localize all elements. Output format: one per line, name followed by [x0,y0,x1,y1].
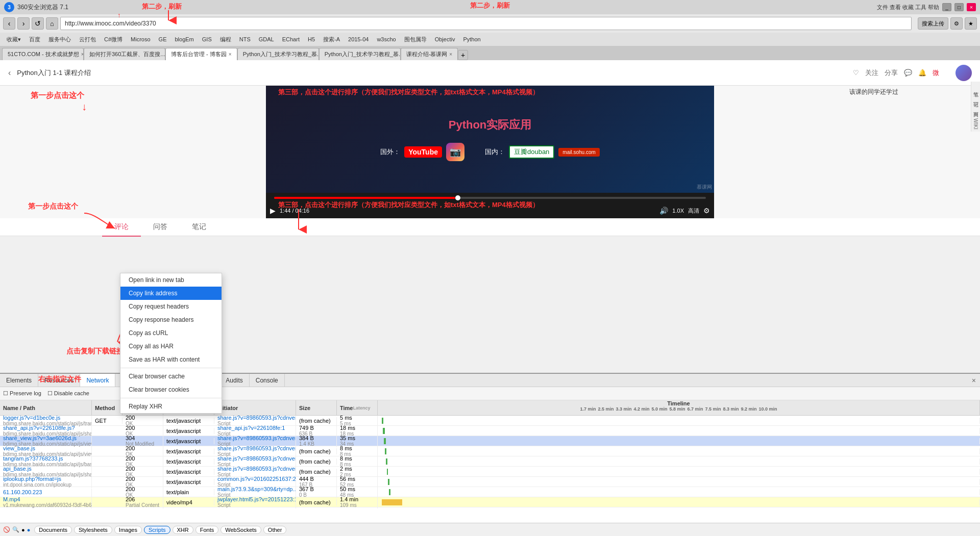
all-filter[interactable]: ● [27,527,31,533]
devtools-tab-resources[interactable]: Resources [38,374,80,387]
favorite-icon[interactable]: ♡ [853,69,859,76]
filter-xhr[interactable]: XHR [173,526,193,534]
filter-toggle[interactable]: 🚫 [3,526,10,533]
quality-label[interactable]: 高清 [688,207,699,215]
sidebar-web[interactable]: 网页 [971,106,981,110]
filter-documents[interactable]: Documents [34,526,72,534]
cm-copy-request-headers[interactable]: Copy request headers [120,300,222,313]
bookmark-nts[interactable]: NTS [237,36,253,43]
wechat-icon[interactable]: 💬 [904,69,912,76]
cm-replay-xhr[interactable]: Replay XHR [120,400,222,413]
back-arrow[interactable]: ‹ [8,68,11,78]
devtools-tab-network[interactable]: Network [80,374,115,387]
bookmark-h5[interactable]: H5 [305,36,317,43]
tab-notes[interactable]: 笔记 [180,218,218,237]
filter-fonts[interactable]: Fonts [195,526,219,534]
nav-extra2[interactable]: ★ [965,17,977,30]
bookmark-python[interactable]: Python [460,36,483,43]
bookmark-c[interactable]: C#微博 [102,35,125,44]
cm-copy-curl[interactable]: Copy as cURL [120,326,222,340]
close-button[interactable]: × [967,3,976,11]
bookmark-blog[interactable]: blogEm [172,36,196,43]
tab-imooc[interactable]: 博客后台管理 - 博客园 × [165,48,237,60]
tab-python2[interactable]: Python入门_技术学习教程_慕... × [319,48,401,60]
table-row[interactable]: M.mp4 v1.mukewang.com/daf60932d-f3df-4b6… [0,497,980,507]
volume-button[interactable]: 🔊 [659,207,668,215]
tab-close-course[interactable]: × [449,52,452,57]
filter-websockets[interactable]: WebSockets [220,526,261,534]
share-button[interactable]: 分享 [885,68,898,78]
col-header-timeline[interactable]: Timeline 1.7 min2.5 min3.3 min4.2 min5.0… [378,400,980,415]
play-button[interactable]: ▶ [270,207,276,215]
disable-cache-checkbox[interactable]: ☐ Disable cache [47,390,89,397]
bookmark-coding[interactable]: 编程 [217,35,234,44]
bookmark-collections[interactable]: 收藏▾ [4,35,23,44]
bookmark-2015[interactable]: 2015-04 [346,36,371,43]
bookmark-w3[interactable]: w3scho [374,36,398,43]
preserve-log-checkbox[interactable]: ☐ Preserve log [3,390,41,397]
filter-images[interactable]: Images [114,526,142,534]
devtools-tab-console[interactable]: Console [250,374,285,387]
cm-open-new-tab[interactable]: Open link in new tab [120,273,222,287]
tab-qa[interactable]: 问答 [141,218,180,237]
devtools-close-button[interactable]: × [968,374,980,387]
bookmark-baidu[interactable]: 百度 [27,35,43,44]
tab-course[interactable]: 课程介绍-慕课网 × [401,48,458,60]
devtools-tab-elements[interactable]: Elements [0,374,38,387]
filter-scripts[interactable]: Scripts [144,526,170,534]
notification-icon[interactable]: 🔔 [918,69,926,76]
weibo-icon[interactable]: 微 [933,68,939,78]
progress-bar[interactable] [274,197,706,199]
forward-button[interactable]: › [17,17,30,30]
nav-extra1[interactable]: ⚙ [950,17,963,30]
bookmark-obj[interactable]: Objectiv [432,36,458,43]
cm-save-har[interactable]: Save as HAR with content [120,353,222,366]
bookmark-ms[interactable]: Microso [128,36,153,43]
sidebar-wiki[interactable]: WIKI [972,116,979,132]
cm-clear-cookies[interactable]: Clear browser cookies [120,383,222,396]
bookmark-ge[interactable]: GE [156,36,169,43]
back-button[interactable]: ‹ [3,17,15,30]
tab-close-imooc[interactable]: × [229,52,232,57]
col-header-time[interactable]: Time Latency [337,400,378,415]
settings-button[interactable]: ⚙ [703,207,710,215]
search-button[interactable]: 搜索上传 [918,17,948,30]
address-bar[interactable] [60,17,912,30]
tab-python1[interactable]: Python入门_技术学习教程_慕... × [237,48,319,60]
speed-label[interactable]: 1.0X [672,208,684,214]
filter-other[interactable]: Other [263,526,287,534]
filter-settings[interactable]: ● [21,527,25,533]
maximize-button[interactable]: □ [954,3,964,11]
tab-51cto[interactable]: 51CTO.COM - 技术成就梦想 × [2,48,84,60]
tab-360[interactable]: 如何打开360工截屏、百度搜... × [84,48,165,60]
sidebar-notes[interactable]: 笔节 [971,86,981,90]
bookmark-echart[interactable]: EChart [280,36,302,43]
devtools-tab-audits[interactable]: Audits [219,374,249,387]
col-header-method[interactable]: Method [92,400,122,415]
menu-text[interactable]: 文件 查看 收藏 工具 帮助 [877,4,939,11]
new-tab-button[interactable]: + [458,50,468,60]
bookmark-gdal[interactable]: GDAL [256,36,277,43]
filter-stylesheets[interactable]: Stylesheets [74,526,112,534]
bookmark-service[interactable]: 服务中心 [46,35,74,44]
bookmark-search[interactable]: 搜索-A [321,35,342,44]
cm-copy-link[interactable]: Copy link address [120,287,222,300]
col-header-path[interactable]: Name / Path [0,400,92,415]
cm-clear-cache[interactable]: Clear browser cache [120,370,222,383]
bookmark-wrap[interactable]: 围包属导 [402,35,429,44]
time-val: 1.4 min [340,496,358,502]
col-header-size[interactable]: Size [296,400,337,415]
tab-comments[interactable]: 评论 [102,218,141,237]
cm-copy-response-headers[interactable]: Copy response headers [120,313,222,326]
refresh-button[interactable]: ↺ [32,17,44,30]
sidebar-write[interactable]: 写记 [971,96,981,100]
progress-bar-area[interactable] [266,193,714,203]
col-header-initiator[interactable]: Initiator [214,400,296,415]
bookmark-cloud[interactable]: 云打包 [77,35,99,44]
cm-copy-all-har[interactable]: Copy all as HAR [120,340,222,353]
favorite-label[interactable]: 关注 [865,68,878,78]
search-toggle[interactable]: 🔍 [12,526,19,533]
minimize-button[interactable]: _ [942,3,951,11]
home-button[interactable]: ⌂ [46,17,58,30]
bookmark-gis[interactable]: GIS [200,36,214,43]
